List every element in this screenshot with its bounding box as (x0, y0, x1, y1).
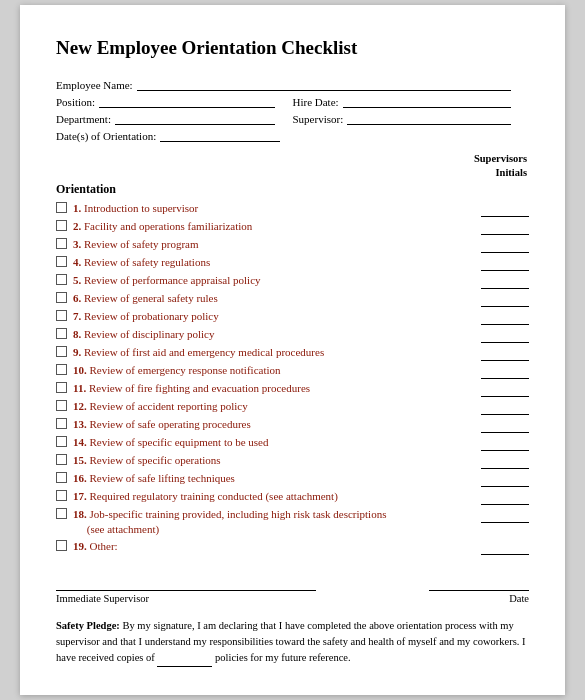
checklist-item: 7. Review of probationary policy (56, 309, 529, 325)
item-text-2: 2. Facility and operations familiarizati… (73, 219, 475, 234)
item-text-6: 6. Review of general safety rules (73, 291, 475, 306)
position-label: Position: (56, 96, 95, 108)
checklist-item: 3. Review of safety program (56, 237, 529, 253)
item-text-11: 11. Review of fire fighting and evacuati… (73, 381, 475, 396)
item-text-5: 5. Review of performance appraisal polic… (73, 273, 475, 288)
hire-date-field[interactable] (343, 94, 511, 108)
initials-line-17 (481, 491, 529, 505)
safety-pledge-label: Safety Pledge: (56, 620, 120, 631)
checkbox-2[interactable] (56, 220, 67, 231)
checkbox-9[interactable] (56, 346, 67, 357)
checklist-item: 1. Introduction to supervisor (56, 201, 529, 217)
checkbox-5[interactable] (56, 274, 67, 285)
checklist-item: 6. Review of general safety rules (56, 291, 529, 307)
checklist-item: 5. Review of performance appraisal polic… (56, 273, 529, 289)
dates-row: Date(s) of Orientation: (56, 128, 529, 142)
checklist-item: 11. Review of fire fighting and evacuati… (56, 381, 529, 397)
hire-date-label: Hire Date: (293, 96, 339, 108)
item-text-8: 8. Review of disciplinary policy (73, 327, 475, 342)
checkbox-7[interactable] (56, 310, 67, 321)
date-label: Date (509, 593, 529, 604)
initials-line-13 (481, 419, 529, 433)
fields-section: Employee Name: Position: Hire Date: Depa… (56, 77, 529, 142)
supervisor-field[interactable] (347, 111, 511, 125)
department-field[interactable] (115, 111, 275, 125)
checklist-item: 13. Review of safe operating procedures (56, 417, 529, 433)
initials-line-1 (481, 203, 529, 217)
item-text-7: 7. Review of probationary policy (73, 309, 475, 324)
item-text-14: 14. Review of specific equipment to be u… (73, 435, 475, 450)
checklist-item: 19. Other: (56, 539, 529, 555)
item-text-17: 17. Required regulatory training conduct… (73, 489, 475, 504)
checkbox-3[interactable] (56, 238, 67, 249)
checklist-item: 9. Review of first aid and emergency med… (56, 345, 529, 361)
signature-section-wrapper: Immediate Supervisor Date (56, 575, 529, 604)
initials-line-18 (481, 509, 529, 523)
page: New Employee Orientation Checklist Emplo… (20, 5, 565, 694)
page-title: New Employee Orientation Checklist (56, 37, 529, 59)
initials-line-7 (481, 311, 529, 325)
supervisor-label: Supervisor: (293, 113, 344, 125)
checkbox-4[interactable] (56, 256, 67, 267)
initials-line-2 (481, 221, 529, 235)
checkbox-6[interactable] (56, 292, 67, 303)
item-text-9: 9. Review of first aid and emergency med… (73, 345, 475, 360)
item-text-13: 13. Review of safe operating procedures (73, 417, 475, 432)
initials-line-5 (481, 275, 529, 289)
signature-line-row (56, 575, 529, 591)
initials-line-9 (481, 347, 529, 361)
checkbox-13[interactable] (56, 418, 67, 429)
initials-line-14 (481, 437, 529, 451)
position-field[interactable] (99, 94, 274, 108)
checkbox-14[interactable] (56, 436, 67, 447)
employee-name-label: Employee Name: (56, 79, 133, 91)
checkbox-18[interactable] (56, 508, 67, 519)
item-text-12: 12. Review of accident reporting policy (73, 399, 475, 414)
checklist-item: 12. Review of accident reporting policy (56, 399, 529, 415)
position-hiredate-row: Position: Hire Date: (56, 94, 529, 108)
checklist-item: 18. Job-specific training provided, incl… (56, 507, 529, 538)
checkbox-19[interactable] (56, 540, 67, 551)
item-text-10: 10. Review of emergency response notific… (73, 363, 475, 378)
initials-line-10 (481, 365, 529, 379)
initials-line-8 (481, 329, 529, 343)
checkbox-16[interactable] (56, 472, 67, 483)
checkbox-10[interactable] (56, 364, 67, 375)
date-sig-line (429, 575, 529, 591)
item-text-3: 3. Review of safety program (73, 237, 475, 252)
checklist-item: 14. Review of specific equipment to be u… (56, 435, 529, 451)
employee-name-field[interactable] (137, 77, 511, 91)
checklist-item: 2. Facility and operations familiarizati… (56, 219, 529, 235)
checkbox-15[interactable] (56, 454, 67, 465)
checkbox-17[interactable] (56, 490, 67, 501)
sig-labels-row: Immediate Supervisor Date (56, 593, 529, 604)
checklist-item: 10. Review of emergency response notific… (56, 363, 529, 379)
initials-line-6 (481, 293, 529, 307)
checklist-items-container: 1. Introduction to supervisor2. Facility… (56, 201, 529, 556)
safety-pledge-text2: policies for my future reference. (215, 652, 351, 663)
initials-line-4 (481, 257, 529, 271)
checklist-item: 17. Required regulatory training conduct… (56, 489, 529, 505)
safety-pledge-section: Safety Pledge: By my signature, I am dec… (56, 618, 529, 666)
item-text-16: 16. Review of safe lifting techniques (73, 471, 475, 486)
checkbox-12[interactable] (56, 400, 67, 411)
orientation-label: Orientation (56, 182, 529, 197)
supervisor-sig-line (56, 575, 316, 591)
policies-blank (157, 650, 212, 667)
checkbox-1[interactable] (56, 202, 67, 213)
initials-line-16 (481, 473, 529, 487)
initials-line-11 (481, 383, 529, 397)
checkbox-8[interactable] (56, 328, 67, 339)
item-text-19: 19. Other: (73, 539, 475, 554)
dates-label: Date(s) of Orientation: (56, 130, 156, 142)
checkbox-11[interactable] (56, 382, 67, 393)
initials-line-15 (481, 455, 529, 469)
item-text-4: 4. Review of safety regulations (73, 255, 475, 270)
department-label: Department: (56, 113, 111, 125)
supervisors-initials-label: Supervisors Initials (474, 152, 527, 179)
checklist-section: Supervisors Initials Orientation 1. Intr… (56, 152, 529, 555)
dept-supervisor-row: Department: Supervisor: (56, 111, 529, 125)
item-text-18: 18. Job-specific training provided, incl… (73, 507, 475, 538)
item-text-15: 15. Review of specific operations (73, 453, 475, 468)
dates-field[interactable] (160, 128, 280, 142)
